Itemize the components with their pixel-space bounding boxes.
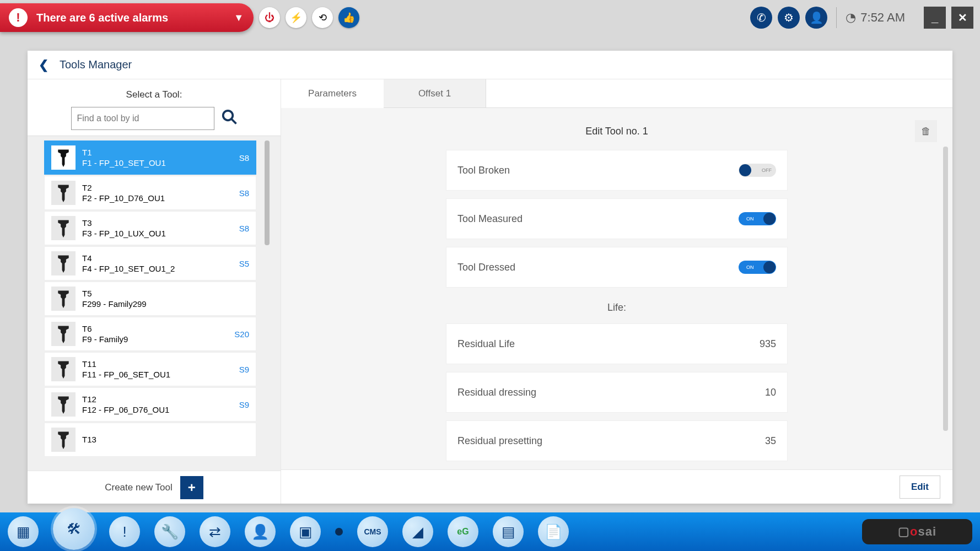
taskbar-alert-icon[interactable]: ! <box>109 516 140 547</box>
create-tool-button[interactable]: + <box>180 476 203 499</box>
tool-item-T5[interactable]: T5F299 - Family299 <box>44 282 256 316</box>
edit-button[interactable]: Edit <box>900 476 940 499</box>
tool-icon <box>51 145 76 170</box>
tool-icon <box>51 322 76 346</box>
tool-item-T6[interactable]: T6F9 - Family9S20 <box>44 317 256 351</box>
separator <box>836 7 837 28</box>
taskbar-note-icon[interactable]: 📄 <box>538 516 569 547</box>
tool-icon <box>51 251 76 276</box>
tool-item-text: T13 <box>82 434 249 445</box>
thumbs-up-button[interactable]: 👍 <box>338 7 359 28</box>
param-residual-dressing: Residual dressing 10 <box>446 372 788 413</box>
svg-line-1 <box>231 118 236 123</box>
user-button[interactable]: 👤 <box>805 7 827 29</box>
life-section-label: Life: <box>446 302 788 314</box>
taskbar-screen-icon[interactable]: ▣ <box>290 516 321 547</box>
residual-life-label: Residual Life <box>457 338 515 350</box>
tool-item-slot: S5 <box>239 259 249 268</box>
tool-dressed-toggle[interactable]: ON <box>739 261 776 274</box>
tool-item-T2[interactable]: T2F2 - FP_10_D76_OU1S8 <box>44 176 256 210</box>
tool-item-T3[interactable]: T3F3 - FP_10_LUX_OU1S8 <box>44 211 256 245</box>
tool-item-slot: S8 <box>239 188 249 198</box>
chevron-down-icon: ▼ <box>234 12 244 24</box>
machine-button[interactable]: ⚙ <box>778 7 800 29</box>
tool-icon <box>51 216 76 240</box>
tool-item-text: T11F11 - FP_06_SET_OU1 <box>82 359 233 380</box>
tool-item-slot: S9 <box>239 365 249 374</box>
param-tool-dressed: Tool Dressed ON <box>446 247 788 288</box>
param-residual-presetting: Residual presetting 35 <box>446 420 788 461</box>
tool-item-T11[interactable]: T11F11 - FP_06_SET_OU1S9 <box>44 352 256 386</box>
residual-dressing-label: Residual dressing <box>457 387 536 398</box>
tab-offset-1[interactable]: Offset 1 <box>384 79 486 108</box>
page-title: Tools Manager <box>60 58 132 71</box>
power-button[interactable]: ⏻ <box>259 7 280 28</box>
taskbar-wrench-icon[interactable]: 🔧 <box>154 516 185 547</box>
clock: ◔ 7:52 AM <box>846 10 905 25</box>
tool-item-text: T6F9 - Family9 <box>82 323 228 345</box>
tool-item-slot: S9 <box>239 400 249 409</box>
taskbar: ▦ 🛠 ! 🔧 ⇄ 👤 ▣ CMS ◢ eG ▤ 📄 ▢osai <box>0 512 980 551</box>
taskbar-cms-icon[interactable]: CMS <box>357 516 388 547</box>
select-tool-label: Select a Tool: <box>35 89 273 100</box>
tool-item-text: T4F4 - FP_10_SET_OU1_2 <box>82 253 233 274</box>
tool-broken-label: Tool Broken <box>457 165 510 176</box>
tool-item-slot: S8 <box>239 224 249 233</box>
tool-measured-label: Tool Measured <box>457 213 523 225</box>
alarm-text: There are 6 active alarms <box>36 12 168 24</box>
svg-point-0 <box>223 110 233 120</box>
tool-dressed-label: Tool Dressed <box>457 262 515 273</box>
close-button[interactable]: ✕ <box>951 7 973 29</box>
create-tool-label: Create new Tool <box>105 482 173 493</box>
tool-item-slot: S8 <box>239 153 249 163</box>
tool-icon <box>51 428 76 452</box>
residual-life-value: 935 <box>760 338 776 350</box>
tool-icon <box>51 357 76 381</box>
refresh-button[interactable]: ⟲ <box>312 7 333 28</box>
taskbar-apps-icon[interactable]: ▦ <box>8 516 39 547</box>
brand-logo: ▢osai <box>862 519 972 544</box>
taskbar-calc-icon[interactable]: ▤ <box>493 516 524 547</box>
detail-scrollbar[interactable] <box>943 147 948 431</box>
alert-icon: ! <box>9 8 28 27</box>
taskbar-people-icon[interactable]: 👤 <box>245 516 276 547</box>
tool-item-text: T2F2 - FP_10_D76_OU1 <box>82 182 233 204</box>
taskbar-tools-icon[interactable]: 🛠 <box>53 508 95 550</box>
activity-button[interactable]: ⚡ <box>286 7 306 28</box>
tool-measured-toggle[interactable]: ON <box>739 212 776 225</box>
tool-item-slot: S20 <box>234 329 249 339</box>
tool-item-T12[interactable]: T12F12 - FP_06_D76_OU1S9 <box>44 387 256 422</box>
tool-item-T1[interactable]: T1F1 - FP_10_SET_OU1S8 <box>44 141 256 175</box>
param-tool-measured: Tool Measured ON <box>446 198 788 239</box>
back-button[interactable]: ❮ <box>39 58 49 72</box>
taskbar-chart-icon[interactable]: ◢ <box>402 516 433 547</box>
tool-icon <box>51 287 76 311</box>
param-residual-life: Residual Life 935 <box>446 323 788 364</box>
minimize-button[interactable]: _ <box>924 7 946 29</box>
residual-presetting-value: 35 <box>765 435 776 447</box>
list-scrollbar[interactable] <box>265 141 270 245</box>
alarm-banner[interactable]: ! There are 6 active alarms ▼ <box>0 3 254 32</box>
edit-tool-title: Edit Tool no. 1 <box>319 126 915 137</box>
taskbar-eg-icon[interactable]: eG <box>448 516 478 547</box>
search-icon[interactable] <box>221 109 238 129</box>
clock-icon: ◔ <box>846 10 856 25</box>
taskbar-dot-icon <box>335 528 343 536</box>
residual-presetting-label: Residual presetting <box>457 435 542 447</box>
search-input[interactable] <box>71 107 214 130</box>
tool-item-text: T1F1 - FP_10_SET_OU1 <box>82 147 233 169</box>
tool-item-text: T3F3 - FP_10_LUX_OU1 <box>82 218 233 239</box>
delete-button[interactable]: 🗑 <box>915 120 937 142</box>
tool-item-T4[interactable]: T4F4 - FP_10_SET_OU1_2S5 <box>44 246 256 280</box>
tab-parameters[interactable]: Parameters <box>281 79 384 108</box>
tool-item-T13[interactable]: T13 <box>44 423 256 457</box>
param-tool-broken: Tool Broken OFF <box>446 150 788 191</box>
phone-button[interactable]: ✆ <box>750 7 772 29</box>
taskbar-transfer-icon[interactable]: ⇄ <box>200 516 230 547</box>
tool-icon <box>51 181 76 205</box>
clock-time: 7:52 AM <box>860 10 905 25</box>
tool-item-text: T5F299 - Family299 <box>82 288 249 310</box>
tool-icon <box>51 392 76 417</box>
residual-dressing-value: 10 <box>765 387 776 398</box>
tool-broken-toggle[interactable]: OFF <box>739 164 776 177</box>
